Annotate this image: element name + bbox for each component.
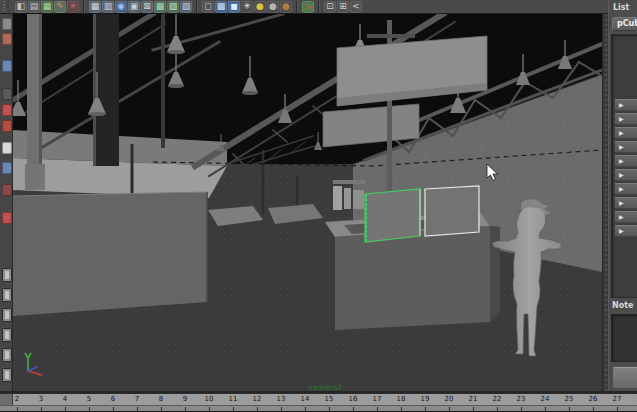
attribute-section-row[interactable]: ▶ — [614, 127, 637, 139]
frame-number[interactable]: 10 — [199, 395, 219, 403]
select-components-icon[interactable]: ◉ — [115, 1, 127, 13]
layout-shortcut-button[interactable] — [2, 308, 12, 322]
attribute-section-row[interactable]: ▶ — [614, 183, 637, 195]
snapshot-icon[interactable]: ▤ — [28, 1, 40, 13]
frame-tick — [521, 407, 522, 411]
layout-shortcut-button[interactable] — [2, 268, 12, 282]
expand-arrow-icon: ▶ — [619, 144, 624, 150]
tool-icon-partial[interactable] — [2, 18, 12, 30]
frame-number[interactable]: 26 — [583, 395, 603, 403]
frame-number[interactable]: 15 — [319, 395, 339, 403]
select-lines-icon[interactable]: ⊠ — [141, 1, 153, 13]
frame-number[interactable]: 24 — [535, 395, 555, 403]
expand-arrow-icon: ▶ — [619, 186, 624, 192]
selected-panel-white[interactable] — [420, 186, 479, 236]
frame-icon[interactable]: ⊞ — [337, 1, 349, 13]
frame-number[interactable]: 3 — [31, 395, 51, 403]
frame-number[interactable]: 27 — [607, 395, 627, 403]
tool-icon-partial[interactable] — [2, 60, 12, 72]
wireframe-cube-icon[interactable]: ◻ — [202, 1, 214, 13]
tool-icon-partial[interactable] — [2, 88, 12, 100]
magnet-snap-icon[interactable]: ✳ — [67, 1, 79, 13]
frame-number[interactable]: 25 — [559, 395, 579, 403]
frame-number[interactable]: 7 — [127, 395, 147, 403]
frame-number[interactable]: 21 — [463, 395, 483, 403]
select-hierarchy-icon[interactable]: ▦ — [89, 1, 101, 13]
tool-icon-partial[interactable] — [2, 33, 12, 45]
frame-number[interactable]: 5 — [79, 395, 99, 403]
selected-panel-green[interactable] — [365, 189, 420, 242]
select-misc-icon[interactable]: ▨ — [180, 1, 192, 13]
attribute-section-row[interactable]: ▶ — [614, 113, 637, 125]
select-objects-icon[interactable]: ▥ — [102, 1, 114, 13]
frame-tick — [65, 407, 66, 411]
frame-tick — [41, 407, 42, 411]
frame-number[interactable]: 22 — [487, 395, 507, 403]
textured-cube-icon[interactable]: ▩ — [215, 1, 227, 13]
frame-number[interactable]: 4 — [55, 395, 75, 403]
layout-shortcut-button[interactable] — [2, 368, 12, 382]
frame-number[interactable]: 13 — [271, 395, 291, 403]
frame-tick — [473, 407, 474, 411]
select-points-icon[interactable]: ▣ — [128, 1, 140, 13]
scene-canvas: camera2 — [13, 14, 602, 391]
frame-number[interactable]: 17 — [367, 395, 387, 403]
tool-icon-partial[interactable] — [2, 104, 12, 116]
tool-icon-partial[interactable] — [2, 162, 12, 174]
frame-number[interactable]: 8 — [151, 395, 171, 403]
node-tab[interactable]: pCub — [612, 17, 637, 31]
attribute-sections: ▶▶▶▶▶▶▶▶▶▶ — [614, 99, 637, 239]
frame-number[interactable]: 18 — [391, 395, 411, 403]
tool-icon-partial[interactable] — [2, 184, 12, 196]
frame-number[interactable]: 23 — [511, 395, 531, 403]
render-wheel-icon[interactable]: ✳ — [241, 1, 253, 13]
frame-number[interactable]: 12 — [247, 395, 267, 403]
attribute-section-row[interactable]: ▶ — [614, 225, 637, 237]
attribute-section-row[interactable]: ▶ — [614, 211, 637, 223]
tool-icon-partial[interactable] — [2, 120, 12, 132]
menu-list[interactable]: List — [609, 3, 629, 12]
attribute-section-row[interactable]: ▶ — [614, 197, 637, 209]
frame-number[interactable]: 9 — [175, 395, 195, 403]
expand-arrow-icon: ▶ — [619, 200, 624, 206]
attribute-section-row[interactable]: ▶ — [614, 141, 637, 153]
expand-arrow-icon: ▶ — [619, 102, 624, 108]
hypergraph-icon[interactable]: < — [350, 1, 362, 13]
green-board-icon[interactable]: ▦ — [41, 1, 53, 13]
render-view-icon[interactable]: ◧ — [15, 1, 27, 13]
gray-sphere-icon[interactable]: ● — [267, 1, 279, 13]
select-faces-icon[interactable]: ▩ — [154, 1, 166, 13]
annotate-pen-icon[interactable]: ✎ — [54, 1, 66, 13]
attribute-section-row[interactable]: ▶ — [614, 169, 637, 181]
construction-cube-icon[interactable]: ⊡ — [324, 1, 336, 13]
frame-number[interactable]: 28 — [631, 395, 637, 403]
layout-shortcut-button[interactable] — [2, 328, 12, 342]
attribute-section-row[interactable]: ▶ — [614, 99, 637, 111]
frame-number[interactable]: 14 — [295, 395, 315, 403]
live-surface-icon[interactable]: ↘ — [302, 1, 314, 13]
frame-number[interactable]: 11 — [223, 395, 243, 403]
range-slider-track[interactable] — [0, 405, 637, 411]
perspective-viewport[interactable]: camera2 — [13, 14, 602, 391]
frame-number[interactable]: 20 — [439, 395, 459, 403]
frame-number[interactable]: 2 — [7, 395, 27, 403]
frame-number[interactable]: 16 — [343, 395, 363, 403]
panel-bottom-button[interactable] — [612, 367, 637, 389]
tool-icon-partial[interactable] — [2, 142, 12, 154]
time-slider[interactable]: 2345678910111213141516171819202122232425… — [0, 393, 637, 412]
select-hulls-icon[interactable]: ▧ — [167, 1, 179, 13]
frame-tick — [425, 407, 426, 411]
tool-icon-partial[interactable] — [2, 212, 12, 224]
layout-shortcut-button[interactable] — [2, 348, 12, 362]
notes-area[interactable] — [611, 314, 637, 362]
shaded-cube-icon[interactable]: ◼ — [228, 1, 240, 13]
attribute-section-row[interactable]: ▶ — [614, 155, 637, 167]
layout-shortcut-button[interactable] — [2, 288, 12, 302]
bronze-sphere-icon[interactable]: ● — [280, 1, 292, 13]
toolbar-grip-handle[interactable] — [1, 1, 12, 13]
expand-arrow-icon: ▶ — [619, 130, 624, 136]
frame-number[interactable]: 19 — [415, 395, 435, 403]
yellow-sphere-icon[interactable]: ● — [254, 1, 266, 13]
frame-tick — [17, 407, 18, 411]
frame-number[interactable]: 6 — [103, 395, 123, 403]
